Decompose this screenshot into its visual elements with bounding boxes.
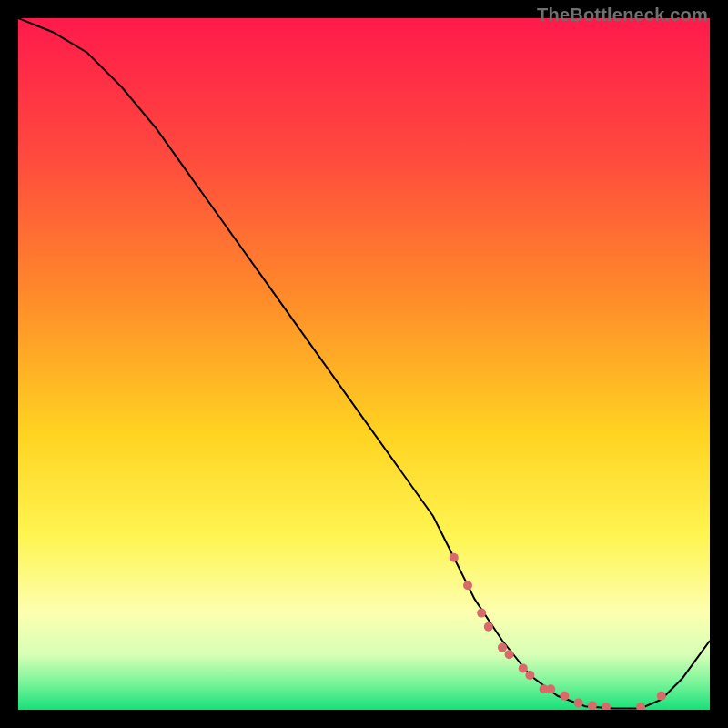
chart-svg <box>18 18 710 710</box>
highlight-dot <box>588 701 597 710</box>
highlight-dot <box>463 581 472 590</box>
highlight-dot <box>560 692 569 701</box>
highlight-dot <box>657 692 666 701</box>
watermark-text: TheBottleneck.com <box>537 5 708 25</box>
chart-background <box>18 18 710 710</box>
highlight-dot <box>498 643 507 652</box>
chart-stage: TheBottleneck.com <box>0 0 728 728</box>
highlight-dot <box>477 609 486 618</box>
highlight-dot <box>574 698 583 707</box>
highlight-dot <box>450 553 459 562</box>
highlight-dot <box>525 671 534 680</box>
highlight-dot <box>505 650 514 659</box>
highlight-dot <box>546 684 555 693</box>
highlight-dot <box>484 622 493 632</box>
highlight-dot <box>519 663 528 672</box>
chart-plot-area <box>18 18 710 710</box>
